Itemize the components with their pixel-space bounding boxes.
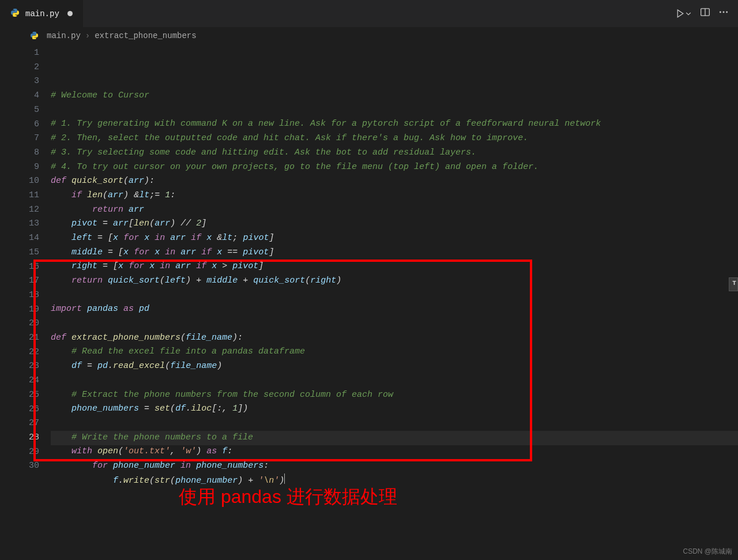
annotation-text: 使用 pandas 进行数据处理 xyxy=(179,484,397,510)
code-line[interactable]: left = [x for x in arr if x &lt; pivot] xyxy=(51,231,738,246)
code-editor[interactable]: 1234567891011121314151617181920212223242… xyxy=(0,44,738,560)
code-line[interactable]: import pandas as pd xyxy=(51,302,738,317)
code-line[interactable] xyxy=(51,288,738,303)
code-line[interactable]: # Read the excel file into a pandas data… xyxy=(51,345,738,359)
code-line[interactable] xyxy=(51,416,738,431)
python-icon xyxy=(10,8,20,20)
chevron-right-icon: › xyxy=(85,31,90,40)
code-line[interactable]: # Write the phone numbers to a file xyxy=(51,431,738,445)
code-line[interactable]: right = [x for x in arr if x > pivot] xyxy=(51,260,738,274)
svg-point-3 xyxy=(723,12,725,13)
code-line[interactable]: for phone_number in phone_numbers: xyxy=(51,459,738,473)
code-line[interactable] xyxy=(51,103,738,118)
code-line[interactable]: # 2. Then, select the outputted code and… xyxy=(51,131,738,146)
code-area[interactable]: # Welcome to Cursor# 1. Try generating w… xyxy=(51,44,738,560)
code-line[interactable]: phone_numbers = set(df.iloc[:, 1]) xyxy=(51,402,738,416)
code-line[interactable] xyxy=(51,317,738,331)
unsaved-dot-icon xyxy=(67,11,73,16)
code-line[interactable]: # 1. Try generating with command K on a … xyxy=(51,117,738,131)
breadcrumb-symbol[interactable]: extract_phone_numbers xyxy=(95,31,196,40)
code-line[interactable]: def extract_phone_numbers(file_name): xyxy=(51,331,738,345)
python-icon xyxy=(30,31,42,41)
code-line[interactable]: with open('out.txt', 'w') as f: xyxy=(51,445,738,459)
split-editor-button[interactable] xyxy=(700,7,710,20)
code-line[interactable]: df = pd.read_excel(file_name) xyxy=(51,359,738,374)
breadcrumb[interactable]: main.py › extract_phone_numbers xyxy=(0,28,738,44)
tab-main-py[interactable]: main.py xyxy=(0,0,83,27)
svg-point-4 xyxy=(726,12,728,13)
code-line[interactable]: # Extract the phone numbers from the sec… xyxy=(51,388,738,403)
code-line[interactable]: # Welcome to Cursor xyxy=(51,89,738,103)
watermark: CSDN @陈城南 xyxy=(683,547,732,557)
code-line[interactable]: return quick_sort(left) + middle + quick… xyxy=(51,274,738,288)
more-actions-button[interactable] xyxy=(718,7,729,20)
line-gutter: 1234567891011121314151617181920212223242… xyxy=(0,44,51,560)
minimap[interactable]: T xyxy=(730,44,738,560)
breadcrumb-file[interactable]: main.py xyxy=(47,31,81,40)
code-line[interactable]: pivot = arr[len(arr) // 2] xyxy=(51,217,738,231)
code-line[interactable]: middle = [x for x in arr if x == pivot] xyxy=(51,246,738,260)
code-line[interactable]: if len(arr) &lt;= 1: xyxy=(51,189,738,203)
tab-filename: main.py xyxy=(25,9,59,18)
tab-bar: main.py xyxy=(0,0,738,28)
tab-actions xyxy=(666,0,738,27)
svg-point-2 xyxy=(720,12,721,13)
run-button[interactable] xyxy=(675,9,692,18)
code-line[interactable]: # 4. To try out cursor on your own proje… xyxy=(51,160,738,175)
code-line[interactable] xyxy=(51,374,738,388)
code-line[interactable]: return arr xyxy=(51,203,738,217)
code-line[interactable]: def quick_sort(arr): xyxy=(51,174,738,189)
code-line[interactable]: # 3. Try selecting some code and hitting… xyxy=(51,146,738,160)
